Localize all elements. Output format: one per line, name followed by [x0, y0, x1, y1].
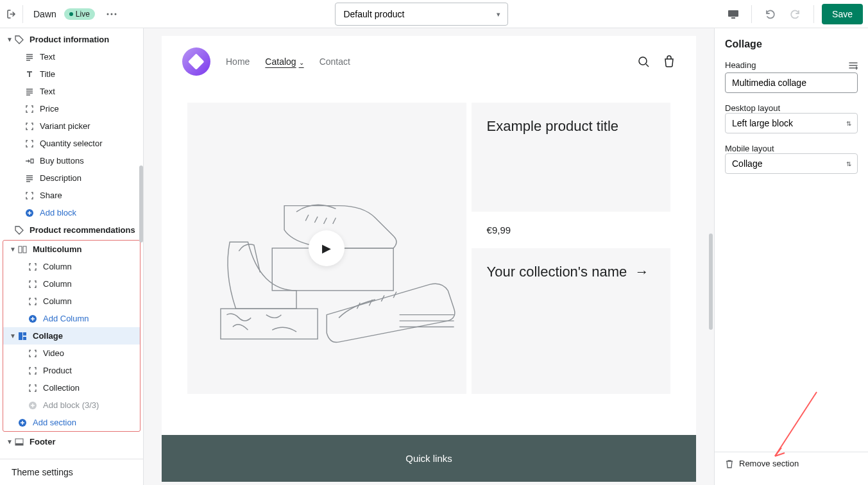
bracket-icon [24, 191, 35, 201]
tag-icon [14, 225, 24, 235]
dynamic-source-button[interactable] [849, 61, 858, 70]
plus_muted-icon [28, 400, 38, 411]
redo-button[interactable] [785, 4, 806, 24]
bracket-icon [24, 121, 35, 132]
tree-item-video[interactable]: Video [3, 345, 140, 362]
tree-label: Add block [40, 208, 76, 217]
tree-label: Price [40, 104, 59, 114]
viewport-desktop-button[interactable] [723, 4, 744, 24]
save-button[interactable]: Save [822, 4, 863, 24]
tree-label: Column [43, 296, 72, 306]
chevron-down-icon: ▼ [8, 246, 17, 253]
collection-title: Your collection's name → [487, 264, 655, 280]
tree-label: Add Column [43, 314, 89, 323]
tree-label: Quantity selector [40, 139, 103, 148]
tree-label: Product information [30, 35, 109, 44]
bracket-icon [28, 262, 38, 272]
search-icon[interactable] [637, 55, 650, 68]
chevron-down-icon: ▼ [5, 438, 14, 445]
tag-icon [14, 35, 24, 45]
mobile-layout-select[interactable]: Collage [725, 153, 858, 174]
undo-button[interactable] [760, 4, 780, 24]
tree-item-title[interactable]: Title [0, 65, 143, 83]
chevron-down-icon: ⌄ [299, 59, 304, 66]
svg-point-1 [110, 13, 112, 15]
collage-collection-block[interactable]: Your collection's name → [472, 248, 670, 394]
bracket-icon [28, 348, 38, 359]
tree-label: Text [40, 87, 55, 96]
tree-item-multicolumn[interactable]: ▼Multicolumn [3, 241, 140, 258]
store-logo[interactable] [182, 47, 210, 76]
theme-name: Dawn [33, 9, 56, 19]
tree-item-buy-buttons[interactable]: Buy buttons [0, 152, 143, 169]
tree-item-product-information[interactable]: ▼Product information [0, 31, 143, 48]
tree-label: Product recommendations [30, 225, 135, 235]
collage-video-block[interactable]: ▶ [187, 103, 466, 394]
plus-icon [17, 418, 28, 428]
theme-settings-button[interactable]: Theme settings [0, 459, 143, 485]
heading-input[interactable] [725, 72, 858, 93]
sidebar-right: Collage Heading Desktop layout Left larg… [714, 28, 868, 485]
tree-item-quantity-selector[interactable]: Quantity selector [0, 135, 143, 152]
more-button[interactable] [103, 5, 121, 23]
tree-item-product[interactable]: Product [3, 362, 140, 379]
desktop-icon [728, 10, 739, 19]
product-title: Example product title [487, 118, 655, 135]
tree-item-add-block[interactable]: Add block [0, 204, 143, 221]
collage-product-block[interactable]: Example product title [472, 103, 670, 212]
bracket-icon [28, 279, 38, 289]
svg-point-0 [106, 13, 108, 15]
settings-title: Collage [725, 38, 858, 50]
plus-icon [28, 314, 38, 324]
tree-item-column[interactable]: Column [3, 293, 140, 310]
tree-label: Share [40, 191, 62, 200]
tree-item-column[interactable]: Column [3, 275, 140, 293]
tree-item-add-section[interactable]: Add section [3, 414, 140, 431]
tree-label: Multicolumn [33, 244, 82, 254]
svg-rect-4 [731, 17, 735, 19]
tree-item-footer[interactable]: ▼Footer [0, 433, 143, 450]
tree-item-description[interactable]: Description [0, 169, 143, 187]
desktop-layout-label: Desktop layout [725, 103, 858, 113]
tree-label: Text [40, 52, 55, 62]
tree-item-price[interactable]: Price [0, 100, 143, 117]
cart-icon[interactable] [663, 55, 676, 68]
sidebar-left: ▼Product informationTextTitleTextPriceVa… [0, 28, 144, 485]
tree-item-text[interactable]: Text [0, 48, 143, 65]
tree-label: Footer [30, 437, 55, 447]
product-price: €9,99 [472, 217, 670, 243]
tree-label: Video [43, 348, 64, 358]
bracket-icon [24, 104, 35, 114]
heading-label: Heading [725, 60, 756, 70]
tree-label: Title [40, 69, 55, 79]
mobile-layout-label: Mobile layout [725, 144, 858, 153]
exit-button[interactable] [5, 5, 23, 23]
svg-rect-3 [728, 10, 738, 17]
canvas-scrollbar-thumb[interactable] [709, 234, 713, 330]
svg-point-16 [639, 57, 647, 65]
scrollbar-thumb[interactable] [139, 166, 143, 242]
play-button[interactable]: ▶ [309, 230, 345, 266]
preview-header: Home Catalog⌄ Contact [162, 36, 696, 87]
tree-item-product-recommendations[interactable]: Product recommendations [0, 221, 143, 239]
svg-point-2 [114, 13, 116, 15]
desktop-layout-select[interactable]: Left large block [725, 113, 858, 133]
nav-home[interactable]: Home [226, 56, 250, 67]
page-select[interactable]: Default product [335, 3, 508, 26]
nav-catalog[interactable]: Catalog⌄ [265, 56, 303, 67]
bracket-icon [24, 139, 35, 149]
tree-item-add-column[interactable]: Add Column [3, 310, 140, 327]
bracket-icon [28, 383, 38, 393]
tree-item-collage[interactable]: ▼Collage [3, 327, 140, 345]
tree-label: Variant picker [40, 121, 90, 131]
remove-section-button[interactable]: Remove section [715, 452, 868, 475]
undo-icon [764, 8, 776, 20]
tree-item-variant-picker[interactable]: Variant picker [0, 117, 143, 135]
tree-item-collection[interactable]: Collection [3, 379, 140, 396]
paragraph-icon [24, 173, 35, 183]
nav-contact[interactable]: Contact [319, 56, 350, 67]
tree-item-text[interactable]: Text [0, 83, 143, 100]
tree-item-column[interactable]: Column [3, 258, 140, 275]
tree-item-share[interactable]: Share [0, 187, 143, 204]
svg-rect-6 [19, 246, 22, 253]
